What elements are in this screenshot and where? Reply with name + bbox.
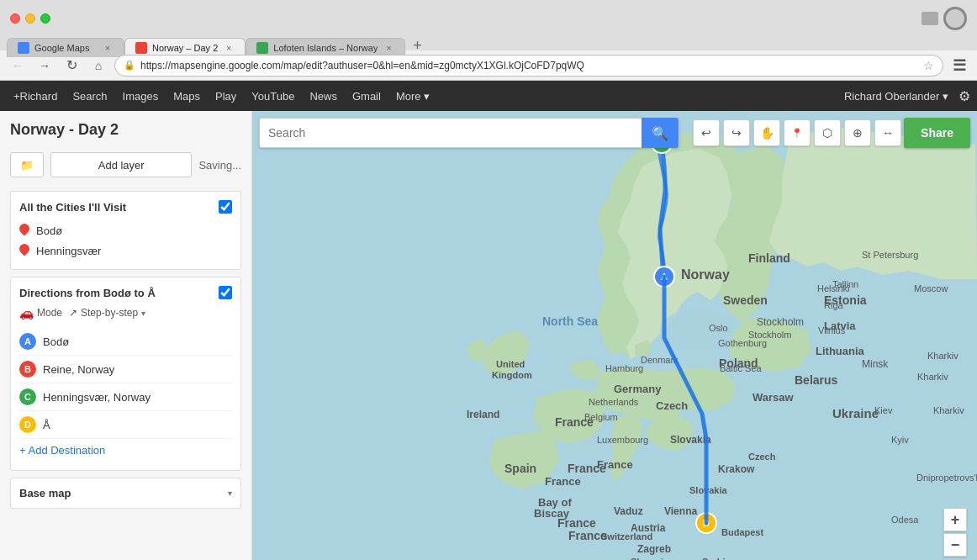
- maximize-window-btn[interactable]: [40, 13, 50, 24]
- account-section: Richard Oberlander ▾ ⚙: [837, 81, 970, 111]
- svg-text:Slovakia: Slovakia: [689, 485, 728, 495]
- svg-text:Riga: Riga: [824, 300, 844, 310]
- tab-close-lofoten[interactable]: ×: [383, 42, 394, 54]
- svg-text:Norway: Norway: [681, 267, 730, 282]
- tool-pan-btn[interactable]: ✋: [753, 119, 780, 146]
- directions-section: Directions from Bodø to Å 🚗 Mode ↗ Step-…: [10, 277, 241, 471]
- svg-text:France: France: [568, 529, 607, 542]
- svg-text:Kharkiv: Kharkiv: [917, 372, 948, 382]
- reload-btn[interactable]: ↻: [61, 55, 82, 77]
- svg-text:Vaduz: Vaduz: [614, 505, 643, 517]
- base-map-section[interactable]: Base map ▾: [10, 478, 241, 509]
- account-name[interactable]: Richard Oberlander ▾: [837, 81, 955, 111]
- nav-item-maps[interactable]: Maps: [166, 81, 207, 111]
- svg-text:Czech: Czech: [656, 399, 688, 412]
- map-area[interactable]: Norway Finland Sweden Estonia Latvia Lit…: [252, 111, 977, 560]
- layer-section: All the Cities I'll Visit Bodø Henningsv…: [10, 191, 241, 270]
- panel-title: Norway - Day 2: [10, 121, 241, 139]
- svg-text:France: France: [557, 516, 596, 530]
- nav-item-youtube[interactable]: YouTube: [245, 81, 301, 111]
- waypoint-henningsvær: Henningsvær: [19, 240, 232, 261]
- nav-item-search[interactable]: Search: [66, 81, 114, 111]
- layer-title: All the Cities I'll Visit: [19, 201, 126, 214]
- svg-text:Zagreb: Zagreb: [637, 543, 671, 555]
- home-btn[interactable]: ⌂: [87, 55, 109, 77]
- svg-text:Hamburg: Hamburg: [605, 363, 643, 373]
- svg-text:Belarus: Belarus: [795, 373, 838, 387]
- mode-selector[interactable]: 🚗 Mode: [19, 306, 62, 320]
- map-search-input[interactable]: [260, 126, 642, 140]
- svg-text:Moscow: Moscow: [914, 283, 948, 293]
- nav-item-gmail[interactable]: Gmail: [346, 81, 388, 111]
- tool-measure-btn[interactable]: ↔: [874, 119, 901, 146]
- svg-text:Belgium: Belgium: [584, 412, 618, 422]
- tab-close-norway[interactable]: ×: [223, 42, 235, 54]
- mode-label: Mode: [37, 307, 62, 319]
- zoom-out-btn[interactable]: −: [943, 533, 967, 557]
- svg-text:Kharkiv: Kharkiv: [927, 351, 959, 361]
- svg-text:United: United: [496, 359, 525, 369]
- tool-redo-btn[interactable]: ↪: [723, 119, 750, 146]
- tab-googlemaps[interactable]: Google Maps ×: [7, 38, 124, 57]
- map-search-btn[interactable]: 🔍: [642, 118, 679, 148]
- nav-item-more[interactable]: More ▾: [389, 81, 436, 111]
- layer-visibility-checkbox[interactable]: [219, 200, 232, 214]
- directions-visibility-checkbox[interactable]: [219, 286, 232, 299]
- bookmark-star-icon[interactable]: ☆: [923, 59, 934, 72]
- route-label-c: Henningsvær, Norway: [43, 391, 151, 404]
- minimize-window-btn[interactable]: [25, 13, 35, 24]
- main-content: Norway - Day 2 📁 Add layer Saving... All…: [0, 111, 977, 560]
- directions-options: 🚗 Mode ↗ Step-by-step ▾: [19, 306, 232, 320]
- svg-text:Slovenia: Slovenia: [631, 557, 669, 560]
- address-bar[interactable]: 🔒 https://mapsengine.google.com/map/edit…: [114, 55, 943, 77]
- settings-icon[interactable]: ⚙: [959, 88, 970, 104]
- waypoint-bodo: Bodø: [19, 220, 232, 240]
- map-toolbar: 🔍 ↩ ↪ ✋ 📍 ⬡ ⊕ ↔: [259, 118, 970, 148]
- nav-item-richard[interactable]: +Richard: [7, 81, 64, 111]
- svg-text:Krakow: Krakow: [718, 463, 755, 475]
- tab-favicon-googlemaps: [18, 42, 29, 54]
- google-nav-bar: +Richard Search Images Maps Play YouTube…: [0, 81, 977, 111]
- share-btn[interactable]: Share: [904, 118, 970, 148]
- left-panel: Norway - Day 2 📁 Add layer Saving... All…: [0, 111, 252, 560]
- tab-favicon-norway: [135, 42, 147, 54]
- window-resize-btn[interactable]: [922, 12, 938, 25]
- back-btn[interactable]: ←: [7, 55, 29, 77]
- svg-text:Finland: Finland: [748, 251, 790, 265]
- tab-label-norway: Norway – Day 2: [152, 43, 218, 53]
- add-layer-btn[interactable]: Add layer: [50, 152, 192, 177]
- new-tab-btn[interactable]: +: [405, 34, 429, 57]
- add-destination-btn[interactable]: + Add Destination: [19, 439, 232, 462]
- nav-item-images[interactable]: Images: [116, 81, 166, 111]
- svg-text:Luxembourg: Luxembourg: [597, 435, 648, 445]
- zoom-in-btn[interactable]: +: [943, 508, 967, 531]
- tool-filter-btn[interactable]: ⊕: [844, 119, 871, 146]
- close-window-btn[interactable]: [10, 13, 20, 24]
- nav-item-news[interactable]: News: [303, 81, 344, 111]
- add-destination-label: + Add Destination: [19, 444, 105, 457]
- route-label-b: Reine, Norway: [43, 363, 114, 376]
- chevron-down-icon: ▾: [141, 309, 145, 318]
- svg-text:Kiev: Kiev: [874, 405, 893, 415]
- tool-undo-btn[interactable]: ↩: [693, 119, 720, 146]
- address-url-text: https://mapsengine.google.com/map/edit?a…: [140, 60, 918, 71]
- browser-chrome: Google Maps × Norway – Day 2 × Lofoten I…: [0, 0, 977, 50]
- tool-marker-btn[interactable]: 📍: [784, 119, 811, 146]
- menu-btn[interactable]: ☰: [948, 55, 970, 77]
- forward-btn[interactable]: →: [34, 55, 55, 77]
- search-icon: 🔍: [652, 125, 668, 141]
- route-label-a: Bodø: [43, 335, 69, 348]
- folder-btn[interactable]: 📁: [10, 152, 44, 177]
- svg-text:Sweden: Sweden: [723, 293, 768, 307]
- tab-close-googlemaps[interactable]: ×: [102, 42, 114, 54]
- svg-text:Helsinki: Helsinki: [817, 283, 850, 293]
- tool-shape-btn[interactable]: ⬡: [814, 119, 841, 146]
- step-by-step-selector[interactable]: ↗ Step-by-step ▾: [69, 307, 145, 319]
- svg-text:Ukraine: Ukraine: [832, 406, 879, 420]
- svg-text:Odesa: Odesa: [891, 515, 919, 525]
- panel-toolbar: 📁 Add layer Saving...: [10, 152, 241, 177]
- svg-text:Serbia: Serbia: [702, 557, 731, 560]
- route-marker-a: A: [19, 333, 36, 350]
- nav-item-play[interactable]: Play: [209, 81, 243, 111]
- map-search-bar[interactable]: 🔍: [259, 118, 679, 148]
